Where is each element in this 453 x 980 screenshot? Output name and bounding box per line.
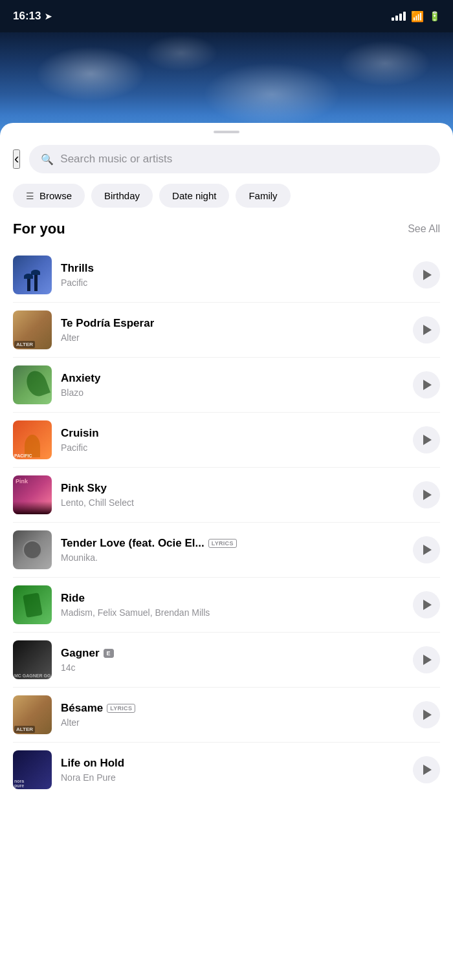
play-icon <box>423 490 432 500</box>
section-header: For you See All <box>0 221 453 248</box>
track-item: ALTER Te Podría Esperar Alter <box>13 303 440 358</box>
track-artwork-tepodria: ALTER <box>13 310 52 349</box>
play-icon <box>423 270 432 280</box>
search-placeholder: Search music or artists <box>60 153 172 166</box>
track-item: Anxiety Blazo <box>13 358 440 413</box>
track-name-row: Anxiety <box>61 372 404 385</box>
play-button[interactable] <box>413 756 440 783</box>
track-info: Life on Hold Nora En Pure <box>61 757 404 783</box>
track-info: Bésame LYRICS Alter <box>61 702 404 728</box>
pill-birthday-label: Birthday <box>104 190 140 201</box>
pill-date-night[interactable]: Date night <box>159 184 229 208</box>
track-info: Anxiety Blazo <box>61 372 404 398</box>
track-info: Cruisin Pacific <box>61 427 404 453</box>
track-info: Gagner E 14c <box>61 647 404 673</box>
track-name: Tender Love (feat. Ocie El... <box>61 537 204 550</box>
track-name: Pink Sky <box>61 482 107 495</box>
play-icon <box>423 765 432 775</box>
track-name-row: Pink Sky <box>61 482 404 495</box>
sheet-handle[interactable] <box>0 123 453 138</box>
play-button[interactable] <box>413 426 440 453</box>
track-name-row: Life on Hold <box>61 757 404 770</box>
track-artist: Blazo <box>61 387 83 398</box>
pill-family[interactable]: Family <box>236 184 290 208</box>
track-info: Te Podría Esperar Alter <box>61 317 404 343</box>
track-artist: Mounika. <box>61 552 98 563</box>
navigation-icon: ➤ <box>45 12 52 21</box>
section-title: For you <box>13 221 65 237</box>
explicit-badge: E <box>104 649 114 658</box>
track-artist: Alter <box>61 717 80 728</box>
play-button[interactable] <box>413 481 440 508</box>
track-name: Life on Hold <box>61 757 124 770</box>
track-info: Tender Love (feat. Ocie El... LYRICS Mou… <box>61 537 404 563</box>
play-button[interactable] <box>413 701 440 728</box>
play-icon <box>423 325 432 335</box>
hero-clouds <box>0 32 453 136</box>
search-area: ‹ 🔍 Search music or artists <box>0 138 453 184</box>
wifi-icon: 📶 <box>411 10 424 23</box>
status-time: 16:13 ➤ <box>13 10 52 23</box>
track-artwork-besame: ALTER <box>13 695 52 734</box>
track-artist: Pacific <box>61 278 87 288</box>
track-name: Thrills <box>61 262 94 275</box>
track-info: Pink Sky Lento, Chill Select <box>61 482 404 508</box>
track-name-row: Bésame LYRICS <box>61 702 404 715</box>
track-list: Thrills Pacific ALTER Te Podría Esperar … <box>0 248 453 797</box>
play-icon <box>423 380 432 390</box>
track-name: Ride <box>61 592 85 605</box>
play-icon <box>423 655 432 665</box>
track-artwork-gagner: MC GAGNER GG <box>13 640 52 679</box>
track-artist: Pacific <box>61 442 87 453</box>
signal-bars <box>392 12 406 21</box>
track-name-row: Tender Love (feat. Ocie El... LYRICS <box>61 537 404 550</box>
track-name: Te Podría Esperar <box>61 317 154 330</box>
track-name-row: Ride <box>61 592 404 605</box>
track-artist: 14c <box>61 662 76 673</box>
play-button[interactable] <box>413 591 440 618</box>
pill-browse[interactable]: ☰ Browse <box>13 184 85 208</box>
track-artwork-lifeonhold: norapure <box>13 750 52 789</box>
back-button[interactable]: ‹ <box>13 149 20 169</box>
track-name: Anxiety <box>61 372 100 385</box>
track-name: Bésame <box>61 702 103 715</box>
pill-birthday[interactable]: Birthday <box>91 184 153 208</box>
play-button[interactable] <box>413 261 440 289</box>
track-artist: Lento, Chill Select <box>61 497 134 508</box>
play-button[interactable] <box>413 371 440 398</box>
play-button[interactable] <box>413 316 440 343</box>
lyrics-badge: LYRICS <box>208 539 237 548</box>
browse-list-icon: ☰ <box>26 191 34 201</box>
pill-browse-label: Browse <box>39 190 72 201</box>
track-name-row: Cruisin <box>61 427 404 440</box>
track-artwork-pinksky: Pink <box>13 475 52 514</box>
track-artwork-thrills <box>13 256 52 294</box>
play-icon <box>423 710 432 720</box>
handle-bar <box>214 131 239 133</box>
track-item: Tender Love (feat. Ocie El... LYRICS Mou… <box>13 523 440 578</box>
track-item: ALTER Bésame LYRICS Alter <box>13 688 440 743</box>
track-artwork-ride <box>13 585 52 624</box>
track-item: MC GAGNER GG Gagner E 14c <box>13 633 440 688</box>
track-artwork-tenderlove <box>13 530 52 569</box>
lyrics-badge: LYRICS <box>107 704 135 713</box>
track-info: Ride Madism, Felix Samuel, Brendan Mills <box>61 592 404 618</box>
play-icon <box>423 600 432 610</box>
status-icons: 📶 🔋 <box>392 10 440 23</box>
track-name-row: Gagner E <box>61 647 404 660</box>
main-sheet: ‹ 🔍 Search music or artists ☰ Browse Bir… <box>0 123 453 816</box>
track-name-row: Te Podría Esperar <box>61 317 404 330</box>
pill-family-label: Family <box>249 190 277 201</box>
clock: 16:13 <box>13 10 41 23</box>
search-bar[interactable]: 🔍 Search music or artists <box>29 145 440 173</box>
see-all-button[interactable]: See All <box>408 223 440 235</box>
track-artwork-anxiety <box>13 365 52 404</box>
track-item: pacific Cruisin Pacific <box>13 413 440 468</box>
play-button[interactable] <box>413 536 440 563</box>
track-name: Gagner <box>61 647 100 660</box>
hero-image <box>0 32 453 136</box>
status-bar: 16:13 ➤ 📶 🔋 <box>0 0 453 32</box>
play-button[interactable] <box>413 646 440 673</box>
track-name: Cruisin <box>61 427 99 440</box>
track-artist: Alter <box>61 332 80 343</box>
